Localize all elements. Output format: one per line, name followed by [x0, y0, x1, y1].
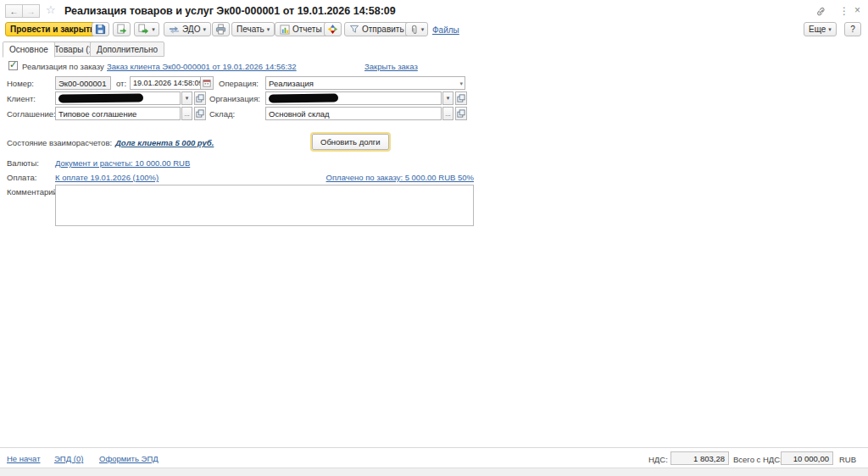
dropdown-caret-icon[interactable]: ▾ — [459, 80, 463, 87]
quick-print-button[interactable] — [212, 22, 230, 36]
send-button-label: Отправить — [362, 25, 404, 34]
page-title: Реализация товаров и услуг Эк00-000001 о… — [64, 5, 396, 17]
reports-icon — [280, 25, 290, 35]
print-button-label: Печать — [236, 25, 264, 34]
agreement-label: Соглашение: — [7, 109, 56, 119]
tab-main[interactable]: Основное — [3, 42, 55, 58]
send-button[interactable]: Отправить ▾ — [344, 22, 415, 36]
organization-dropdown-button[interactable]: ▾ — [442, 91, 453, 105]
customer-order-link[interactable]: Заказ клиента Эк00-000001 от 19.01.2026 … — [107, 62, 297, 71]
document-total-value: 10 000,00 — [793, 454, 829, 463]
business-process-button[interactable] — [324, 22, 342, 36]
paperclip-icon — [409, 25, 419, 35]
client-debt-link[interactable]: Долг клиента 5 000 руб. — [115, 138, 214, 147]
epd-create-link[interactable]: Оформить ЭПД — [99, 454, 159, 463]
files-link[interactable]: Файлы — [432, 25, 459, 35]
back-icon[interactable]: ← — [5, 4, 23, 18]
agreement-open-button[interactable] — [194, 107, 206, 120]
number-input[interactable]: Эк00-000001 — [55, 76, 111, 90]
document-settlements-link[interactable]: Документ и расчеты: 10 000.00 RUB — [55, 158, 190, 168]
comment-label: Комментарий: — [7, 187, 59, 196]
vat-total-field: 1 803,28 — [670, 451, 729, 465]
save-button[interactable] — [92, 22, 109, 36]
warehouse-value: Основной склад — [269, 109, 330, 119]
favorite-star-icon[interactable]: ☆ — [46, 3, 56, 16]
tab-additional[interactable]: Дополнительно — [90, 42, 164, 57]
currency-code: RUB — [839, 455, 856, 464]
organization-input[interactable] — [265, 91, 442, 105]
client-redaction-bar — [58, 93, 143, 102]
client-input[interactable] — [55, 91, 181, 105]
save-icon — [95, 24, 106, 35]
date-input[interactable]: 19.01.2026 14:58:09 — [130, 76, 214, 90]
window-bottom-strip — [0, 468, 868, 476]
document-total-field: 10 000,00 — [781, 451, 833, 465]
refresh-debts-button[interactable]: Обновить долги — [312, 134, 389, 150]
attachments-button[interactable]: ▾ — [405, 22, 428, 36]
more-menu-icon[interactable]: ⋮ — [839, 5, 849, 17]
warehouse-open-button[interactable] — [455, 107, 467, 120]
dropdown-caret-icon: ▾ — [152, 26, 155, 32]
vat-label: НДС: — [648, 455, 668, 464]
dropdown-caret-icon: ▾ — [267, 26, 270, 32]
get-link-icon[interactable] — [815, 6, 826, 17]
send-icon — [349, 25, 359, 34]
forward-icon[interactable]: → — [22, 4, 40, 18]
post-document-icon — [116, 24, 127, 35]
comment-textarea[interactable] — [55, 185, 474, 226]
task-status-link[interactable]: Не начат — [7, 454, 40, 463]
checkmark-icon: ✓ — [9, 59, 17, 70]
client-label: Клиент: — [7, 94, 36, 103]
edo-button[interactable]: ЭДО ▾ — [164, 22, 211, 36]
agreement-input[interactable]: Типовое соглашение — [55, 107, 181, 120]
organization-redaction-bar — [269, 94, 338, 103]
more-button[interactable]: Еще ▾ — [804, 22, 837, 36]
warehouse-input[interactable]: Основной склад — [265, 107, 442, 120]
footer-divider — [0, 447, 868, 448]
paid-by-order-link[interactable]: Оплачено по заказу: 5 000.00 RUB 50% — [326, 173, 474, 182]
open-icon — [457, 109, 465, 118]
post-and-close-button[interactable]: Провести и закрыть — [5, 22, 100, 36]
date-value: 19.01.2026 14:58:09 — [133, 79, 203, 87]
number-label: Номер: — [7, 79, 34, 88]
open-icon — [196, 109, 204, 118]
number-value: Эк00-000001 — [58, 79, 106, 88]
organization-label: Организация: — [209, 94, 260, 103]
payment-due-link[interactable]: К оплате 19.01.2026 (100%) — [55, 173, 159, 182]
currencies-label: Валюты: — [7, 158, 39, 168]
calendar-icon[interactable] — [200, 77, 213, 89]
client-open-button[interactable] — [194, 91, 206, 105]
operation-select[interactable]: Реализация ▾ — [265, 76, 465, 90]
dropdown-caret-icon: ▾ — [203, 26, 206, 32]
open-icon — [196, 94, 204, 102]
edo-button-label: ЭДО — [182, 25, 200, 34]
printer-icon — [215, 24, 226, 35]
total-with-vat-label: Всего с НДС: — [733, 455, 782, 464]
operation-label: Операция: — [219, 79, 259, 88]
close-icon[interactable]: × — [854, 4, 860, 16]
create-based-on-icon — [138, 24, 149, 35]
settlements-state-label: Состояние взаиморасчетов: — [7, 138, 112, 147]
date-label: от: — [116, 79, 126, 88]
print-menu-button[interactable]: Печать ▾ — [231, 22, 275, 36]
more-button-label: Еще — [809, 25, 826, 34]
create-based-on-button[interactable]: ▾ — [134, 22, 159, 36]
help-button[interactable]: ? — [844, 22, 861, 36]
payment-label: Оплата: — [7, 173, 36, 182]
warehouse-ellipsis-button[interactable]: ... — [442, 107, 453, 120]
sale-by-order-checkbox[interactable]: ✓ — [8, 61, 18, 70]
warehouse-label: Склад: — [209, 109, 235, 119]
client-dropdown-button[interactable]: ▾ — [181, 91, 192, 105]
close-order-link[interactable]: Закрыть заказ — [364, 62, 418, 71]
agreement-ellipsis-button[interactable]: ... — [181, 107, 192, 120]
reports-button-label: Отчеты — [292, 25, 322, 34]
open-icon — [457, 94, 465, 102]
organization-open-button[interactable] — [455, 91, 467, 105]
sale-by-order-label: Реализация по заказу — [22, 62, 104, 71]
post-document-button[interactable] — [113, 22, 131, 36]
operation-value: Реализация — [269, 79, 314, 88]
epd-link[interactable]: ЭПД (0) — [54, 454, 83, 463]
dropdown-caret-icon: ▾ — [421, 26, 425, 32]
agreement-value: Типовое соглашение — [58, 109, 136, 119]
vat-total-value: 1 803,28 — [693, 454, 725, 463]
